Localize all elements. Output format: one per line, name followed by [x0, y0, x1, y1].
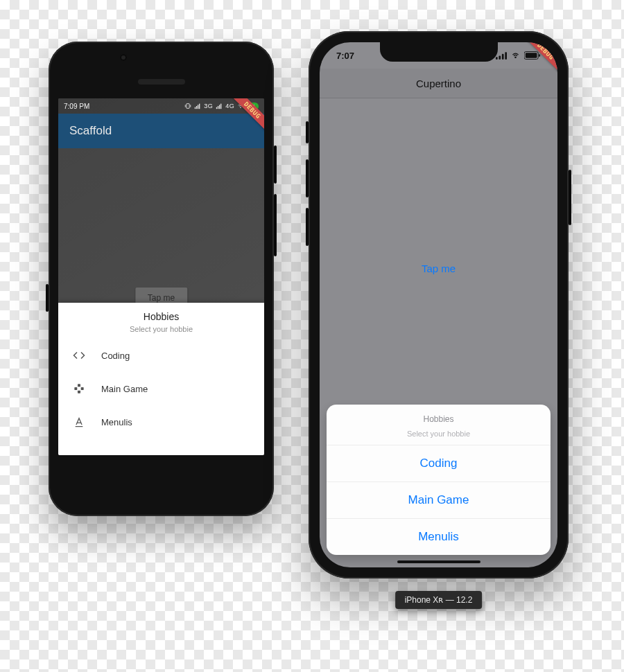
action-sheet-item-coding[interactable]: Coding	[327, 445, 551, 482]
sheet-subtitle: Select your hobbie	[58, 325, 264, 333]
sheet-item-coding[interactable]: Coding	[58, 339, 264, 372]
svg-rect-6	[199, 104, 200, 109]
signal-icon-2	[216, 103, 223, 109]
android-side-button	[46, 284, 49, 312]
svg-rect-0	[187, 104, 189, 109]
svg-rect-9	[219, 105, 220, 109]
android-device: 7:09 PM 3G 4G 91 Scaffold DEBUG Tap me	[49, 42, 274, 516]
svg-rect-19	[499, 55, 501, 59]
tap-me-button[interactable]: Tap me	[422, 263, 456, 274]
ios-action-sheet: Hobbies Select your hobbie Coding Main G…	[327, 405, 551, 555]
battery-icon	[524, 51, 541, 60]
ios-navbar: Cupertino	[320, 69, 557, 98]
code-icon	[72, 348, 86, 362]
svg-rect-12	[78, 384, 80, 387]
cellular-icon	[496, 52, 507, 60]
home-indicator[interactable]	[397, 560, 480, 563]
svg-rect-5	[198, 105, 198, 109]
navbar-title: Cupertino	[416, 78, 461, 89]
sheet-item-label: Coding	[101, 351, 130, 361]
network-label-4g: 4G	[225, 103, 234, 109]
svg-rect-7	[216, 107, 217, 109]
android-volume-button	[274, 194, 277, 256]
svg-rect-18	[496, 57, 498, 60]
iphone-device: 7:07 Cupertino DEBUG Tap me Hobbies Sele…	[309, 31, 569, 578]
svg-rect-24	[526, 53, 537, 58]
sheet-item-main-game[interactable]: Main Game	[58, 372, 264, 405]
android-screen: 7:09 PM 3G 4G 91 Scaffold DEBUG Tap me	[58, 98, 264, 455]
iphone-notch	[380, 42, 498, 62]
iphone-screen: 7:07 Cupertino DEBUG Tap me Hobbies Sele…	[320, 42, 557, 567]
android-status-bar: 7:09 PM 3G 4G 91	[58, 98, 264, 114]
svg-rect-20	[502, 53, 504, 59]
action-sheet-title: Hobbies	[333, 414, 544, 424]
android-appbar: Scaffold	[58, 114, 264, 148]
svg-point-22	[515, 57, 516, 58]
iphone-volume-down	[306, 208, 309, 246]
svg-rect-13	[78, 391, 80, 394]
action-sheet-item-menulis[interactable]: Menulis	[327, 519, 551, 555]
network-label-3g: 3G	[204, 103, 213, 109]
appbar-title: Scaffold	[69, 124, 112, 138]
svg-rect-14	[74, 387, 77, 390]
iphone-volume-up	[306, 159, 309, 197]
svg-rect-10	[220, 104, 221, 109]
svg-rect-25	[539, 54, 540, 57]
signal-icon	[194, 103, 201, 109]
svg-point-11	[241, 107, 241, 108]
iphone-side-button	[569, 170, 571, 225]
svg-rect-8	[218, 106, 218, 109]
wifi-icon	[510, 52, 521, 60]
device-caption: iPhone Xʀ — 12.2	[395, 591, 483, 609]
sheet-item-label: Menulis	[101, 417, 132, 427]
svg-rect-15	[81, 387, 84, 390]
svg-rect-3	[195, 107, 196, 109]
svg-rect-21	[505, 52, 507, 60]
action-sheet-item-main-game[interactable]: Main Game	[327, 482, 551, 519]
svg-rect-4	[196, 106, 197, 109]
android-power-button	[274, 145, 277, 184]
format-icon	[72, 415, 86, 429]
sheet-item-label: Main Game	[101, 384, 148, 394]
vibrate-icon	[184, 103, 191, 109]
android-bottom-sheet: Hobbies Select your hobbie Coding Main G…	[58, 303, 264, 455]
gamepad-icon	[72, 382, 86, 396]
iphone-mute-switch	[306, 121, 309, 143]
sheet-item-menulis[interactable]: Menulis	[58, 405, 264, 439]
sheet-title: Hobbies	[58, 311, 264, 322]
status-clock: 7:07	[336, 51, 354, 61]
status-clock: 7:09 PM	[64, 103, 89, 110]
action-sheet-subtitle: Select your hobbie	[333, 430, 544, 438]
android-speaker	[138, 79, 185, 85]
